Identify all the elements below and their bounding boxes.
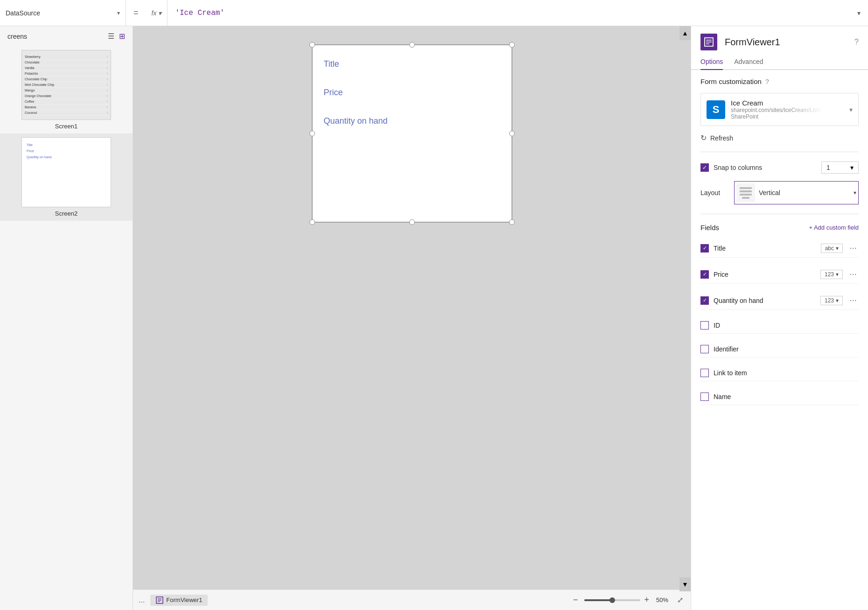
form-canvas-inner: Title Price Quantity on hand (313, 45, 511, 140)
layout-value: Vertical (759, 189, 850, 196)
thumb-qty: Quantity on hand (27, 155, 106, 159)
handle-bottom-center[interactable] (409, 219, 415, 225)
fields-header: Fields + Add custom field (700, 224, 859, 231)
field-checkbox-price[interactable]: ✓ (700, 270, 709, 279)
form-customization-section: Form customization ? (700, 77, 859, 85)
snap-checkbox[interactable]: ✓ (700, 163, 709, 172)
panel-header: FormViewer1 ? (691, 26, 868, 54)
panel-help-icon[interactable]: ? (854, 38, 859, 46)
list-item: Banana› (25, 105, 108, 110)
screen2-thumbnail: Title Price Quantity on hand (21, 137, 111, 207)
form-customization-help-icon[interactable]: ? (765, 78, 769, 85)
zoom-plus-button[interactable]: + (644, 595, 649, 605)
zoom-minus-button[interactable]: − (570, 594, 581, 606)
panel-body: Form customization ? S Ice Cream sharepo… (691, 70, 868, 413)
field-checkbox-name[interactable] (700, 393, 709, 401)
snap-check-icon: ✓ (702, 164, 707, 171)
refresh-row[interactable]: ↻ Refresh (700, 133, 859, 142)
field-more-button-qty[interactable]: ⋯ (847, 295, 859, 306)
bottom-bar: ... FormViewer1 − + 50% ⤢ (133, 589, 691, 610)
list-item: Strawberry› (25, 54, 108, 60)
field-row-link: Link to item (700, 365, 859, 381)
field-checkbox-link[interactable] (700, 369, 709, 377)
field-checkbox-identifier[interactable] (700, 345, 709, 353)
sharepoint-name: Ice Cream (731, 99, 844, 107)
screen1-thumbnail: Strawberry› Chocolate› Vanilla› Pistachi… (21, 50, 111, 120)
tab-options[interactable]: Options (700, 54, 723, 70)
list-item: Orange Chocolate› (25, 93, 108, 99)
canvas-content: Title Price Quantity on hand (133, 26, 691, 589)
sidebar-item-screen1[interactable]: Strawberry› Chocolate› Vanilla› Pistachi… (0, 46, 133, 133)
list-item: Pistachio› (25, 71, 108, 77)
snap-columns-dropdown[interactable]: 1 ▾ (821, 161, 859, 174)
form-viewer-tab[interactable]: FormViewer1 (150, 595, 208, 606)
formula-bar[interactable]: 'Ice Cream' (168, 9, 850, 17)
sharepoint-info: Ice Cream sharepoint.com/sites/IceCream/… (731, 99, 844, 120)
field-more-button-price[interactable]: ⋯ (847, 269, 859, 280)
datasource-selector[interactable]: DataSource ▾ (0, 0, 126, 26)
datasource-chevron-icon: ▾ (117, 10, 120, 16)
field-checkbox-title[interactable]: ✓ (700, 244, 709, 252)
field-row-price: ✓ Price 123 ▾ ⋯ (700, 265, 859, 284)
sharepoint-card[interactable]: S Ice Cream sharepoint.com/sites/IceCrea… (700, 93, 859, 126)
sidebar-item-screen2[interactable]: Title Price Quantity on hand Screen2 (0, 133, 133, 221)
scroll-down-button[interactable]: ▼ (679, 577, 691, 591)
screen1-list: Strawberry› Chocolate› Vanilla› Pistachi… (22, 50, 111, 119)
list-view-icon[interactable]: ☰ (108, 32, 114, 41)
form-viewer-panel-icon (704, 37, 714, 47)
field-more-button-title[interactable]: ⋯ (847, 243, 859, 253)
form-viewer-canvas[interactable]: Title Price Quantity on hand (312, 45, 512, 222)
zoom-controls: − + 50% ⤢ (570, 594, 685, 606)
screen2-label: Screen2 (55, 210, 77, 217)
snap-label: Snap to columns (714, 164, 817, 171)
layout-label: Layout (700, 189, 728, 196)
fx-button[interactable]: fx ▾ (146, 0, 168, 26)
sharepoint-chevron-icon: ▾ (849, 106, 853, 113)
check-icon: ✓ (703, 245, 707, 251)
list-item: Coffee› (25, 99, 108, 105)
divider-1 (700, 152, 859, 152)
zoom-slider[interactable] (584, 599, 640, 601)
field-name-id: ID (714, 322, 859, 329)
field-type-price[interactable]: 123 ▾ (820, 270, 843, 279)
sidebar-header: creens ☰ ⊞ (0, 26, 133, 46)
zoom-expand-icon[interactable]: ⤢ (675, 594, 685, 606)
panel-title: FormViewer1 (725, 37, 847, 48)
check-icon: ✓ (703, 297, 707, 303)
zoom-percent: 50% (653, 596, 672, 603)
thumb-price: Price (27, 149, 106, 153)
form-viewer-icon (156, 596, 163, 604)
datasource-label: DataSource (6, 9, 113, 17)
thumb-title: Title (27, 143, 106, 147)
form-customization-label: Form customization (700, 77, 762, 85)
field-type-title[interactable]: abc ▾ (821, 244, 843, 253)
field-type-qty[interactable]: 123 ▾ (820, 296, 843, 305)
handle-bottom-right[interactable] (509, 219, 515, 225)
sharepoint-type: SharePoint (731, 113, 844, 120)
panel-icon (700, 34, 717, 50)
form-field-qty: Quantity on hand (324, 116, 500, 126)
tab-advanced[interactable]: Advanced (734, 54, 763, 70)
snap-to-columns-row: ✓ Snap to columns 1 ▾ (700, 161, 859, 174)
field-checkbox-id[interactable] (700, 321, 709, 330)
toolbar: DataSource ▾ = fx ▾ 'Ice Cream' ▾ (0, 0, 868, 26)
screen1-label: Screen1 (55, 123, 77, 130)
zoom-slider-fill (584, 599, 612, 601)
bottom-dots-button[interactable]: ... (139, 596, 145, 604)
field-row-id: ID (700, 317, 859, 334)
add-custom-field-button[interactable]: + Add custom field (809, 224, 859, 231)
scroll-up-button[interactable]: ▲ (679, 26, 691, 40)
grid-view-icon[interactable]: ⊞ (119, 32, 125, 41)
list-item: Vanilla› (25, 65, 108, 71)
field-name-name: Name (714, 393, 859, 400)
sharepoint-url: sharepoint.com/sites/IceCream/Lists (731, 107, 824, 113)
field-checkbox-qty[interactable]: ✓ (700, 296, 709, 305)
field-type-chevron-icon: ▾ (836, 245, 839, 252)
formula-chevron-icon: ▾ (850, 9, 868, 17)
equals-symbol: = (126, 8, 146, 18)
snap-columns-value: 1 (826, 164, 830, 171)
field-row-qty: ✓ Quantity on hand 123 ▾ ⋯ (700, 291, 859, 310)
layout-dropdown[interactable]: Vertical ▾ (734, 181, 859, 204)
field-row-identifier: Identifier (700, 341, 859, 358)
handle-bottom-left[interactable] (309, 219, 315, 225)
